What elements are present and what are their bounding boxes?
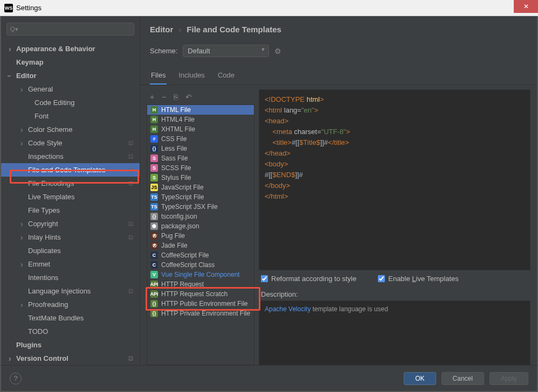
breadcrumb: Editor › File and Code Templates (140, 16, 537, 40)
sidebar-item[interactable]: TextMate Bundles (1, 311, 140, 325)
live-templates-checkbox[interactable]: Enable Live Templates (378, 275, 459, 283)
settings-content: Editor › File and Code Templates Scheme:… (140, 16, 537, 365)
file-label: Jade File (161, 242, 188, 249)
sidebar-item[interactable]: Duplicates (1, 244, 140, 257)
file-type-icon: {} (150, 310, 158, 317)
file-item[interactable]: 🐶Pug File (147, 231, 254, 241)
help-button[interactable]: ? (10, 373, 22, 384)
sidebar-item[interactable]: Version Control⊡ (1, 352, 140, 365)
template-code-editor[interactable]: <!DOCTYPE html> <html lang="en"> <head> … (259, 89, 530, 270)
file-item[interactable]: 🐶Jade File (147, 241, 254, 250)
file-item[interactable]: CCoffeeScript Class (147, 260, 254, 270)
file-item[interactable]: {}tsconfig.json (147, 212, 254, 221)
tab[interactable]: Includes (177, 68, 205, 85)
sidebar-item[interactable]: Code Style⊡ (1, 136, 140, 150)
sidebar-item[interactable]: Live Templates (1, 190, 140, 204)
file-item[interactable]: SSass File (147, 153, 254, 163)
file-type-icon: C (150, 251, 158, 259)
file-item[interactable]: #CSS File (147, 134, 254, 144)
file-type-icon: API (150, 290, 158, 298)
sidebar-item[interactable]: Inlay Hints⊡ (1, 230, 140, 244)
file-type-icon: S (150, 155, 158, 162)
sidebar-item[interactable]: Color Scheme (1, 123, 140, 136)
search-input[interactable] (6, 23, 134, 36)
file-item[interactable]: SStylus File (147, 173, 254, 183)
file-item[interactable]: SSCSS File (147, 163, 254, 173)
sidebar-item[interactable]: Appearance & Behavior (1, 42, 140, 55)
sidebar-item[interactable]: Plugins (1, 338, 140, 352)
template-tabs: FilesIncludesCode (140, 61, 537, 85)
sidebar-item[interactable]: Emmet (1, 257, 140, 271)
options-row: Reformat according to style Enable Live … (259, 270, 530, 287)
scheme-row: Scheme: Default ⚙ (140, 40, 537, 61)
sidebar-item[interactable]: Code Editing (1, 96, 140, 109)
file-label: SCSS File (161, 164, 191, 172)
tab[interactable]: Code (217, 68, 236, 85)
file-type-icon: ⬢ (150, 222, 158, 230)
file-label: Pug File (161, 232, 185, 240)
file-item[interactable]: JSJavaScript File (147, 183, 254, 192)
sidebar-item[interactable]: General (1, 82, 140, 96)
sidebar-item[interactable]: Proofreading (1, 298, 140, 311)
sidebar-item[interactable]: Inspections⊡ (1, 150, 140, 163)
description-box: Apache Velocity template language is use… (259, 300, 530, 365)
file-label: CSS File (161, 135, 187, 143)
sidebar-item[interactable]: Editor (1, 69, 140, 82)
file-item[interactable]: {}HTTP Public Environment File (147, 299, 254, 309)
sidebar-item[interactable]: Font (1, 109, 140, 123)
file-item[interactable]: {}HTTP Private Environment File (147, 309, 254, 318)
file-toolbar: + − ⎘ ↶ (147, 89, 254, 104)
velocity-link[interactable]: Apache Velocity (265, 305, 311, 313)
file-label: Sass File (161, 155, 188, 162)
file-label: HTTP Private Environment File (161, 310, 250, 317)
file-type-icon: # (150, 135, 158, 143)
file-label: HTTP Public Environment File (161, 300, 248, 307)
file-item[interactable]: VVue Single File Component (147, 270, 254, 279)
file-label: HTTP Request (161, 281, 204, 288)
file-type-icon: {} (150, 145, 158, 152)
app-icon: WS (4, 4, 13, 12)
window-title: Settings (16, 4, 42, 12)
file-item[interactable]: CCoffeeScript File (147, 250, 254, 260)
remove-button[interactable]: − (162, 93, 166, 101)
file-label: Vue Single File Component (161, 271, 240, 278)
scheme-select[interactable]: Default (183, 45, 269, 57)
file-item[interactable]: HHTML4 File (147, 115, 254, 124)
file-item[interactable]: ⬢package.json (147, 221, 254, 231)
file-label: Less File (161, 145, 187, 152)
undo-button[interactable]: ↶ (185, 93, 192, 101)
sidebar-item[interactable]: File and Code Templates⊡ (1, 163, 140, 177)
ok-button[interactable]: OK (404, 372, 436, 385)
file-type-icon: {} (150, 213, 158, 220)
file-item[interactable]: TSTypeScript File (147, 192, 254, 202)
template-file-list[interactable]: HHTML FileHHTML4 FileHXHTML File#CSS Fil… (147, 104, 254, 365)
file-item[interactable]: HXHTML File (147, 124, 254, 134)
file-type-icon: 🐶 (150, 232, 158, 240)
file-label: package.json (161, 222, 199, 230)
file-label: HTTP Request Scratch (161, 290, 227, 298)
gear-icon[interactable]: ⚙ (274, 47, 281, 55)
reformat-checkbox[interactable]: Reformat according to style (261, 275, 356, 283)
cancel-button[interactable]: Cancel (442, 372, 484, 385)
sidebar-item[interactable]: TODO (1, 325, 140, 338)
add-button[interactable]: + (150, 93, 154, 101)
file-item[interactable]: APIHTTP Request Scratch (147, 289, 254, 299)
file-item[interactable]: {}Less File (147, 144, 254, 153)
sidebar-item[interactable]: Language Injections⊡ (1, 284, 140, 298)
description-text: template language is used (311, 305, 388, 313)
sidebar-item[interactable]: Intentions (1, 271, 140, 284)
close-button[interactable] (514, 0, 538, 13)
file-type-icon: TS (150, 193, 158, 201)
sidebar-item[interactable]: Keymap (1, 55, 140, 69)
sidebar-item[interactable]: Copyright⊡ (1, 217, 140, 230)
sidebar-item[interactable]: File Types (1, 204, 140, 217)
sidebar-item[interactable]: File Encodings⊡ (1, 177, 140, 190)
tab[interactable]: Files (150, 68, 167, 85)
file-type-icon: S (150, 164, 158, 172)
file-item[interactable]: TSTypeScript JSX File (147, 202, 254, 212)
file-item[interactable]: HHTML File (147, 105, 254, 115)
titlebar: WS Settings (0, 0, 538, 16)
copy-button[interactable]: ⎘ (174, 93, 178, 101)
file-item[interactable]: APIHTTP Request (147, 279, 254, 289)
apply-button[interactable]: Apply (489, 372, 528, 385)
